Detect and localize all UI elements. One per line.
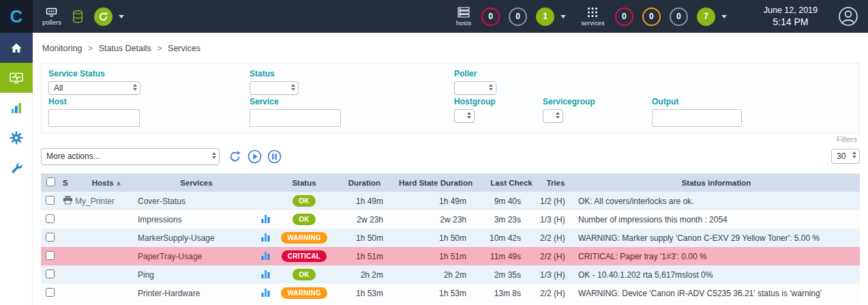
duration-cell: 2h 2m (333, 265, 387, 284)
breadcrumb-status-details[interactable]: Status Details (99, 44, 151, 53)
service-link[interactable]: PaperTray-Usage (138, 252, 202, 261)
last-check-cell: 11m 49s (484, 247, 539, 265)
service-link[interactable]: Cover-Status (138, 197, 185, 206)
poller-chevron-down-icon[interactable] (119, 15, 124, 18)
header-status-information[interactable]: Status information (573, 173, 860, 192)
service-link[interactable]: MarkerSupply-Usage (138, 233, 215, 243)
row-checkbox[interactable] (46, 270, 55, 278)
service-link[interactable]: Printer-Hardware (138, 289, 200, 298)
header-status[interactable]: Status (275, 173, 333, 192)
table-row: Ping OK 2h 2m 2h 2m 2m 35s 1/3 (H) OK - … (41, 265, 860, 284)
table-row: Printer-Hardware WARNING 1h 53m 1h 53m 1… (41, 284, 860, 302)
header-last-check[interactable]: Last Check (484, 173, 539, 192)
header-hosts[interactable]: Hosts∧ (75, 173, 138, 192)
output-label: Output (652, 97, 742, 106)
select-all-header[interactable] (41, 173, 60, 192)
tries-cell: 2/2 (H) (539, 247, 573, 265)
poller-select[interactable] (454, 81, 496, 95)
select-arrows-icon (852, 151, 856, 158)
row-checkbox[interactable] (46, 214, 55, 223)
toolbar-icon-buttons (226, 148, 282, 164)
row-checkbox[interactable] (46, 288, 55, 297)
header-tries[interactable]: Tries (539, 173, 573, 192)
play-button[interactable] (246, 148, 263, 164)
service-link[interactable]: Impressions (138, 215, 182, 224)
services-chevron-down-icon[interactable] (721, 15, 727, 18)
status-information-cell: WARNING: Device 'Canon iR-ADV C5235 36.2… (573, 284, 860, 302)
graph-icon[interactable] (261, 251, 270, 260)
hostgroup-select[interactable] (454, 109, 475, 123)
services-ok-badge[interactable]: 7 (697, 8, 715, 26)
clock-time: 5:14 PM (764, 16, 818, 28)
host-link[interactable]: My_Printer (75, 197, 115, 206)
row-checkbox[interactable] (46, 233, 55, 242)
hosts-menu[interactable]: hosts (456, 7, 472, 27)
graph-icon[interactable] (261, 214, 270, 223)
service-input[interactable] (250, 109, 341, 127)
sidebar-item-reporting[interactable] (0, 93, 33, 123)
service-status-select[interactable]: All (48, 81, 140, 95)
pause-button[interactable] (266, 148, 282, 164)
graph-icon[interactable] (261, 270, 270, 278)
status-label: Status (250, 69, 299, 78)
hard-state-duration-cell: 1h 50m (387, 229, 484, 247)
rows-per-page-select[interactable]: 30 (831, 149, 860, 164)
table-header-row: S Hosts∧ Services Status Duration Hard S… (41, 173, 860, 192)
sidebar-item-administration[interactable] (0, 153, 33, 183)
breadcrumb-services[interactable]: Services (168, 44, 200, 53)
services-warning-badge[interactable]: 0 (642, 8, 661, 26)
hosts-unreachable-badge[interactable]: 0 (509, 8, 527, 26)
hosts-down-badge[interactable]: 0 (481, 8, 500, 26)
graph-icon[interactable] (261, 233, 270, 242)
more-actions-select[interactable]: More actions... (41, 148, 220, 165)
hosts-chevron-down-icon[interactable] (560, 15, 566, 18)
poller-status-button[interactable] (94, 8, 113, 26)
status-badge: WARNING (281, 287, 327, 299)
status-information-cell: Number of impressions this month : 2054 (573, 210, 860, 229)
host-input[interactable] (48, 109, 140, 127)
service-status-value: All (54, 83, 63, 93)
databases-status[interactable] (72, 10, 83, 23)
hosts-up-badge[interactable]: 1 (536, 8, 554, 26)
refresh-button[interactable] (226, 148, 243, 164)
user-menu[interactable] (838, 6, 858, 27)
service-status-label: Service Status (48, 69, 140, 78)
servicegroup-select[interactable] (543, 109, 563, 123)
output-input[interactable] (652, 109, 742, 127)
sidebar-item-home[interactable] (0, 33, 33, 63)
select-arrows-icon (212, 152, 216, 159)
header-graph (255, 173, 275, 192)
header-services[interactable]: Services (138, 173, 255, 192)
breadcrumb-monitoring[interactable]: Monitoring (42, 44, 82, 53)
status-select[interactable] (250, 81, 299, 95)
select-all-checkbox[interactable] (46, 177, 55, 186)
services-menu[interactable]: services (581, 7, 605, 27)
service-label: Service (250, 97, 341, 106)
more-actions-value: More actions... (46, 151, 100, 161)
row-checkbox[interactable] (46, 251, 55, 260)
pollers-menu[interactable]: pollers (42, 8, 61, 26)
hosts-status-group: hosts 0 0 1 (456, 7, 567, 27)
services-label: services (581, 20, 605, 27)
actions-toolbar: More actions... 30 (41, 145, 860, 167)
last-check-cell: 3m 23s (484, 210, 539, 229)
services-unknown-badge[interactable]: 0 (670, 8, 688, 26)
tries-cell: 2/2 (H) (539, 284, 573, 302)
topbar: C pollers hosts (0, 0, 868, 33)
hosts-icon (458, 7, 470, 18)
filters-collapse-link[interactable]: Filters (33, 134, 868, 144)
row-checkbox[interactable] (46, 196, 55, 205)
duration-cell: 1h 53m (333, 284, 387, 302)
centreon-logo[interactable]: C (0, 0, 33, 33)
service-link[interactable]: Ping (138, 270, 154, 280)
status-information-cell: WARNING: Marker supply 'Canon C-EXV 29 Y… (573, 229, 860, 247)
services-critical-badge[interactable]: 0 (615, 8, 633, 26)
clock-date: June 12, 2019 (764, 5, 818, 16)
graph-icon[interactable] (261, 288, 270, 297)
header-hard-state-duration[interactable]: Hard State Duration (387, 173, 484, 192)
header-s[interactable]: S (60, 173, 75, 192)
sidebar-item-configuration[interactable] (0, 123, 33, 153)
header-duration[interactable]: Duration (333, 173, 387, 192)
sidebar-item-monitoring[interactable] (0, 63, 33, 93)
tries-cell: 2/2 (H) (539, 229, 573, 247)
